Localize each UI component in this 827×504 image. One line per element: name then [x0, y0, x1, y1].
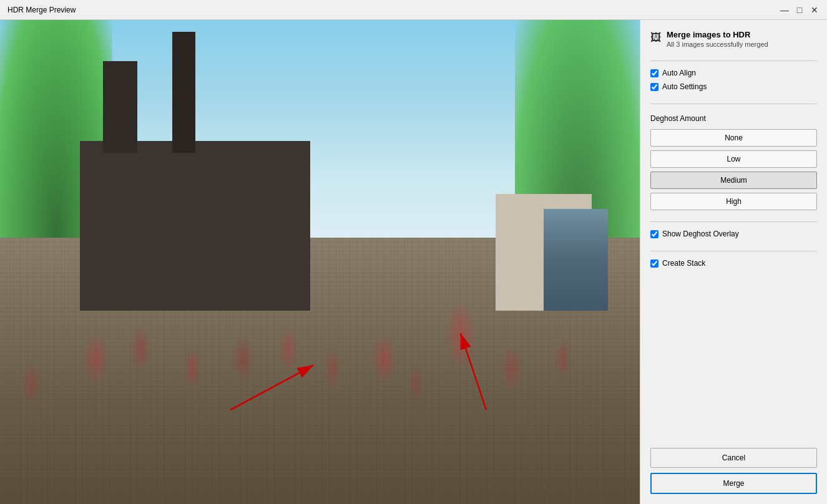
deghost-divider	[650, 221, 817, 222]
main-content: 🖼 Merge images to HDR All 3 images succe…	[0, 20, 827, 504]
deghost-high-button[interactable]: High	[650, 193, 817, 210]
deghost-section-label: Deghost Amount	[650, 114, 817, 123]
auto-settings-checkbox[interactable]	[650, 83, 658, 91]
create-stack-label[interactable]: Create Stack	[662, 259, 705, 268]
ghost-overlay	[0, 20, 640, 504]
side-panel: 🖼 Merge images to HDR All 3 images succe…	[640, 20, 827, 504]
create-stack-checkbox[interactable]	[650, 259, 658, 268]
show-deghost-row: Show Deghost Overlay	[650, 230, 817, 238]
panel-header: 🖼 Merge images to HDR All 3 images succe…	[650, 30, 817, 48]
action-buttons: Cancel Merge	[650, 448, 817, 494]
settings-divider	[650, 104, 817, 104]
deghost-none-button[interactable]: None	[650, 129, 817, 147]
preview-image	[0, 20, 640, 504]
minimize-button[interactable]: —	[780, 5, 790, 15]
auto-align-label[interactable]: Auto Align	[662, 69, 696, 77]
hdr-icon: 🖼	[650, 31, 662, 44]
panel-title-group: Merge images to HDR All 3 images success…	[667, 30, 817, 48]
auto-align-row: Auto Align	[650, 69, 817, 77]
overlay-divider	[650, 251, 817, 251]
panel-subtitle: All 3 images successfully merged	[667, 41, 817, 48]
deghost-medium-button[interactable]: Medium	[650, 172, 817, 189]
maximize-button[interactable]: □	[795, 5, 805, 15]
deghost-low-button[interactable]: Low	[650, 150, 817, 168]
title-bar: HDR Merge Preview — □ ✕	[0, 0, 827, 20]
preview-area	[0, 20, 640, 504]
panel-title: Merge images to HDR	[667, 30, 817, 39]
create-stack-row: Create Stack	[650, 259, 817, 268]
show-deghost-label[interactable]: Show Deghost Overlay	[662, 230, 739, 238]
close-button[interactable]: ✕	[810, 5, 820, 15]
auto-settings-label[interactable]: Auto Settings	[662, 82, 707, 91]
auto-settings-row: Auto Settings	[650, 82, 817, 91]
panel-spacer	[650, 273, 817, 448]
window-title: HDR Merge Preview	[7, 6, 76, 14]
cancel-button[interactable]: Cancel	[650, 448, 817, 468]
window-controls: — □ ✕	[780, 5, 820, 15]
show-deghost-checkbox[interactable]	[650, 230, 658, 238]
header-divider	[650, 61, 817, 61]
merge-button[interactable]: Merge	[650, 473, 817, 494]
auto-align-checkbox[interactable]	[650, 69, 658, 77]
hdr-scene	[0, 20, 640, 504]
